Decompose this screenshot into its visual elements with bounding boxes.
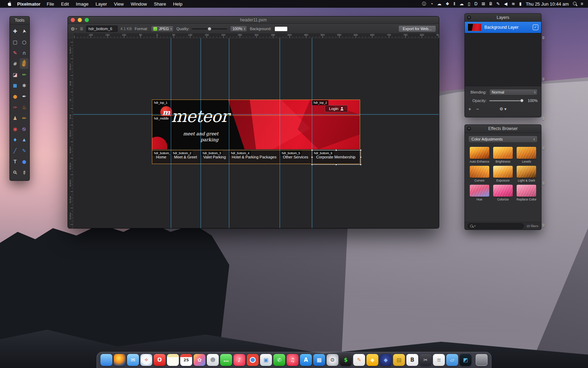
dock-contacts[interactable]: ☻	[207, 354, 219, 366]
menu-clock[interactable]: Thu 25 Jun 10:44 am	[526, 1, 569, 7]
selection-handle[interactable]	[360, 156, 362, 158]
effect-levels[interactable]: Levels	[516, 147, 537, 163]
slice-thumbnail-icon[interactable]: ≣	[80, 26, 83, 31]
dock-graphics-tool[interactable]: ✂	[420, 354, 432, 366]
tool-smudge[interactable]: ●	[10, 91, 20, 102]
tool-rect-select[interactable]: ▢	[10, 36, 20, 47]
selection-handle[interactable]	[360, 164, 362, 165]
tool-heal[interactable]: ⊖	[20, 123, 29, 134]
dock-bear[interactable]: B	[406, 354, 418, 366]
zoom-button[interactable]	[85, 18, 89, 22]
dock-sketch[interactable]: ◆	[366, 354, 378, 366]
dock-app-store[interactable]: A	[300, 354, 312, 366]
effects-panel-header[interactable]: ✕ Effects Browser	[465, 125, 541, 133]
guide-horizontal[interactable]	[73, 114, 439, 115]
slice-selection[interactable]	[312, 150, 361, 165]
close-panel-icon[interactable]: ✕	[467, 127, 471, 131]
menubar-wifi-icon[interactable]: ≋	[509, 1, 517, 6]
menubar-battery-icon[interactable]: ▮	[517, 1, 524, 6]
dock-mail[interactable]: ✉	[127, 354, 139, 366]
selection-handle[interactable]	[360, 149, 362, 151]
minimize-button[interactable]	[78, 18, 82, 22]
dock-photoshop[interactable]: ◩	[460, 354, 471, 366]
blending-select[interactable]: Normal ▴▾	[489, 89, 538, 95]
effect-exposure[interactable]: Exposure	[492, 166, 513, 182]
dock-messages[interactable]: …	[220, 354, 232, 366]
tool-sponge[interactable]: ✱	[20, 80, 29, 91]
effect-brightness[interactable]: Brightness	[492, 147, 513, 163]
opacity-slider[interactable]	[489, 100, 523, 101]
selection-handle[interactable]	[311, 149, 313, 151]
tool-quick-select[interactable]: ✎	[10, 47, 20, 58]
ruler-horizontal[interactable]: 2001501005005010015020025030035040045050…	[73, 33, 439, 38]
slice-label-hdr-top-2[interactable]: hdr_top_2	[312, 100, 328, 105]
dock-textedit[interactable]: ≡	[433, 354, 445, 366]
dock-notes[interactable]	[167, 354, 179, 366]
opacity-slider-knob[interactable]	[520, 99, 524, 102]
effects-search-field[interactable]: ▾	[468, 223, 524, 229]
gear-menu-button[interactable]: ⚙▾	[71, 26, 77, 32]
tool-burn[interactable]: ♨	[20, 102, 29, 113]
dock-facetime[interactable]: ✆	[273, 354, 285, 366]
tool-brush[interactable]: ✑	[10, 102, 20, 113]
dock-calendar[interactable]: 25	[180, 354, 192, 366]
guide-vertical[interactable]	[280, 38, 280, 228]
layer-row-background[interactable]: Background Layer ✓	[465, 22, 541, 33]
effect-light-dark[interactable]: Light & Dark	[516, 166, 537, 182]
guide-vertical[interactable]	[171, 38, 171, 228]
dock-photos[interactable]: ✿	[194, 354, 205, 366]
guide-vertical[interactable]	[201, 38, 201, 228]
dock-photo-booth[interactable]: ▣	[260, 354, 272, 366]
tool-type[interactable]: T	[10, 156, 20, 167]
selection-handle[interactable]	[311, 156, 313, 158]
layer-visibility-checkbox[interactable]: ✓	[533, 25, 538, 30]
tool-pen[interactable]: ✒	[20, 91, 29, 102]
zoom-select[interactable]: 100% ▴▾	[230, 26, 247, 32]
format-select[interactable]: JPEG ▴▾	[151, 26, 174, 32]
dock-itunes[interactable]: ♫	[287, 354, 299, 366]
close-button[interactable]	[71, 18, 75, 22]
dock-terminal[interactable]: $	[340, 354, 352, 366]
dock-database[interactable]: ▤	[393, 354, 405, 366]
dock-system-preferences[interactable]: ⚙	[327, 354, 338, 366]
menu-item-image[interactable]: Image	[72, 1, 92, 7]
menu-app-name[interactable]: Pixelmator	[17, 1, 40, 7]
dock-opera[interactable]: O	[154, 354, 166, 366]
window-titlebar[interactable]: header11.pxm	[68, 16, 439, 24]
dock-finder[interactable]	[100, 354, 112, 366]
effects-category-select[interactable]: Color Adjustments ▴▾	[468, 136, 538, 143]
dock-pixelmator[interactable]: ◆	[380, 354, 392, 366]
tool-marker[interactable]: ✐	[20, 58, 29, 69]
effect-curves[interactable]: Curves	[469, 166, 490, 182]
slice-label-hdr-bottom-5[interactable]: hdr_bottom_5	[280, 151, 301, 156]
quality-slider-knob[interactable]	[208, 27, 211, 31]
dock-firefox[interactable]	[114, 354, 126, 366]
menu-item-view[interactable]: View	[111, 1, 127, 7]
tool-move[interactable]: ✚	[10, 26, 20, 36]
tool-slice[interactable]: ✎	[20, 145, 29, 156]
dock-safari[interactable]: ✧	[140, 354, 152, 366]
slice-label-hdr-bottom-4[interactable]: hdr_bottom_4	[230, 151, 251, 156]
close-panel-icon[interactable]: ✕	[467, 15, 471, 20]
tool-sharpen[interactable]: ▲	[20, 134, 29, 145]
dock-trash[interactable]	[476, 354, 488, 366]
menubar-display-grid-icon[interactable]: ⊞	[479, 1, 487, 6]
canvas[interactable]: m meteor meet and greet parking Login Ho…	[73, 38, 439, 228]
effect-replace-color[interactable]: Replace Color	[516, 185, 537, 201]
menu-item-share[interactable]: Share	[150, 1, 170, 7]
add-layer-button[interactable]: +	[468, 106, 471, 112]
menu-item-window[interactable]: Window	[127, 1, 150, 7]
menubar-docker-icon[interactable]: D	[472, 1, 479, 6]
effect-hue[interactable]: Hue	[469, 185, 490, 201]
tool-pointer[interactable]: ➤	[20, 26, 29, 36]
menubar-backup-cloud-icon[interactable]: ☁	[457, 1, 466, 6]
spotlight-icon[interactable]	[571, 1, 579, 6]
slice-label-hdr-bottom-2[interactable]: hdr_bottom_2	[172, 151, 192, 156]
dock-keynote[interactable]: ▦	[313, 354, 325, 366]
quality-slider[interactable]	[192, 28, 227, 29]
tool-red-eye[interactable]: ◉	[10, 123, 20, 134]
menubar-info-icon[interactable]: ⓘ	[420, 1, 428, 7]
layers-panel-header[interactable]: ✕ Layers	[465, 14, 541, 22]
dock-music[interactable]: ♪	[233, 354, 245, 366]
tool-pencil[interactable]: ✏	[20, 69, 29, 80]
